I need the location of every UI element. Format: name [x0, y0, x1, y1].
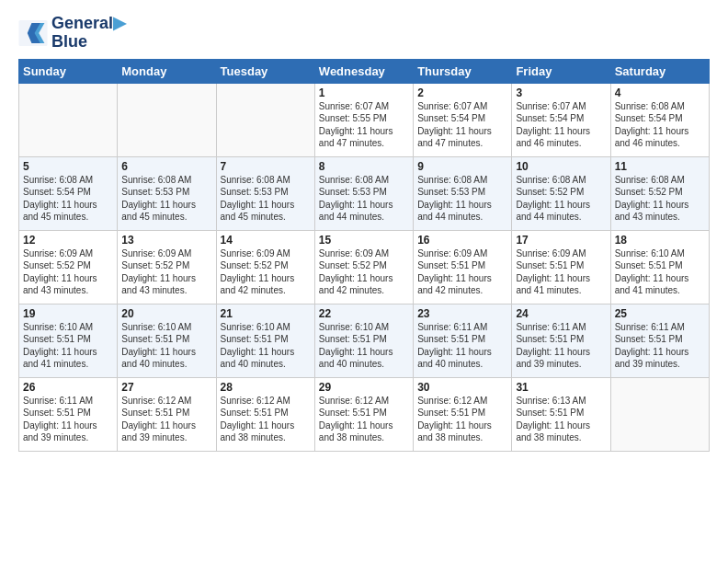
- day-number: 12: [23, 234, 113, 247]
- day-info: Sunrise: 6:07 AM Sunset: 5:55 PM Dayligh…: [319, 100, 409, 150]
- calendar-cell: 23Sunrise: 6:11 AM Sunset: 5:51 PM Dayli…: [414, 304, 512, 377]
- day-number: 18: [615, 234, 705, 247]
- calendar-cell: 12Sunrise: 6:09 AM Sunset: 5:52 PM Dayli…: [19, 230, 118, 304]
- day-info: Sunrise: 6:09 AM Sunset: 5:51 PM Dayligh…: [516, 247, 606, 297]
- day-info: Sunrise: 6:09 AM Sunset: 5:51 PM Dayligh…: [417, 247, 507, 297]
- day-number: 24: [516, 307, 606, 320]
- day-number: 20: [121, 307, 211, 320]
- day-info: Sunrise: 6:09 AM Sunset: 5:52 PM Dayligh…: [319, 247, 409, 297]
- calendar-cell: [19, 83, 118, 156]
- logo-icon: [18, 20, 48, 46]
- calendar-cell: 30Sunrise: 6:12 AM Sunset: 5:51 PM Dayli…: [414, 377, 512, 451]
- calendar-week-row: 12Sunrise: 6:09 AM Sunset: 5:52 PM Dayli…: [19, 230, 710, 304]
- day-number: 16: [417, 234, 507, 247]
- calendar-cell: 13Sunrise: 6:09 AM Sunset: 5:52 PM Dayli…: [118, 230, 216, 304]
- calendar-cell: 18Sunrise: 6:10 AM Sunset: 5:51 PM Dayli…: [610, 230, 709, 304]
- day-info: Sunrise: 6:10 AM Sunset: 5:51 PM Dayligh…: [121, 321, 211, 371]
- calendar-cell: 20Sunrise: 6:10 AM Sunset: 5:51 PM Dayli…: [118, 304, 216, 377]
- day-number: 19: [23, 307, 113, 320]
- day-info: Sunrise: 6:12 AM Sunset: 5:51 PM Dayligh…: [121, 395, 211, 444]
- day-number: 6: [121, 160, 211, 173]
- calendar-cell: 2Sunrise: 6:07 AM Sunset: 5:54 PM Daylig…: [414, 83, 512, 156]
- day-info: Sunrise: 6:08 AM Sunset: 5:52 PM Dayligh…: [516, 174, 606, 224]
- calendar-body: 1Sunrise: 6:07 AM Sunset: 5:55 PM Daylig…: [19, 83, 710, 451]
- day-info: Sunrise: 6:09 AM Sunset: 5:52 PM Dayligh…: [23, 247, 113, 297]
- day-info: Sunrise: 6:13 AM Sunset: 5:51 PM Dayligh…: [516, 395, 606, 444]
- day-header-monday: Monday: [118, 59, 216, 83]
- day-header-tuesday: Tuesday: [216, 59, 314, 83]
- day-number: 4: [615, 86, 705, 99]
- day-number: 28: [221, 381, 311, 394]
- calendar-week-row: 1Sunrise: 6:07 AM Sunset: 5:55 PM Daylig…: [19, 83, 710, 156]
- calendar-cell: 8Sunrise: 6:08 AM Sunset: 5:53 PM Daylig…: [314, 156, 413, 230]
- day-info: Sunrise: 6:12 AM Sunset: 5:51 PM Dayligh…: [417, 395, 507, 444]
- day-info: Sunrise: 6:08 AM Sunset: 5:53 PM Dayligh…: [417, 174, 507, 224]
- calendar-cell: 16Sunrise: 6:09 AM Sunset: 5:51 PM Dayli…: [414, 230, 512, 304]
- day-info: Sunrise: 6:08 AM Sunset: 5:54 PM Dayligh…: [615, 100, 705, 150]
- day-header-wednesday: Wednesday: [314, 59, 413, 83]
- day-info: Sunrise: 6:10 AM Sunset: 5:51 PM Dayligh…: [221, 321, 311, 371]
- day-header-saturday: Saturday: [610, 59, 709, 83]
- day-info: Sunrise: 6:12 AM Sunset: 5:51 PM Dayligh…: [221, 395, 311, 444]
- day-number: 26: [23, 381, 113, 394]
- day-info: Sunrise: 6:11 AM Sunset: 5:51 PM Dayligh…: [516, 321, 606, 371]
- logo: General▶ Blue: [18, 15, 126, 52]
- calendar-cell: 27Sunrise: 6:12 AM Sunset: 5:51 PM Dayli…: [118, 377, 216, 451]
- calendar: SundayMondayTuesdayWednesdayThursdayFrid…: [18, 59, 710, 452]
- day-number: 10: [516, 160, 606, 173]
- calendar-cell: 9Sunrise: 6:08 AM Sunset: 5:53 PM Daylig…: [414, 156, 512, 230]
- day-number: 21: [221, 307, 311, 320]
- day-number: 2: [417, 86, 507, 99]
- calendar-header-row: SundayMondayTuesdayWednesdayThursdayFrid…: [19, 59, 710, 83]
- day-header-friday: Friday: [512, 59, 610, 83]
- day-info: Sunrise: 6:11 AM Sunset: 5:51 PM Dayligh…: [615, 321, 705, 371]
- header: General▶ Blue: [18, 15, 710, 52]
- calendar-cell: 3Sunrise: 6:07 AM Sunset: 5:54 PM Daylig…: [512, 83, 610, 156]
- day-info: Sunrise: 6:09 AM Sunset: 5:52 PM Dayligh…: [221, 247, 311, 297]
- day-number: 27: [121, 381, 211, 394]
- calendar-cell: 10Sunrise: 6:08 AM Sunset: 5:52 PM Dayli…: [512, 156, 610, 230]
- day-number: 11: [615, 160, 705, 173]
- day-info: Sunrise: 6:09 AM Sunset: 5:52 PM Dayligh…: [121, 247, 211, 297]
- day-info: Sunrise: 6:07 AM Sunset: 5:54 PM Dayligh…: [516, 100, 606, 150]
- day-info: Sunrise: 6:08 AM Sunset: 5:53 PM Dayligh…: [221, 174, 311, 224]
- calendar-cell: 19Sunrise: 6:10 AM Sunset: 5:51 PM Dayli…: [19, 304, 118, 377]
- calendar-cell: 14Sunrise: 6:09 AM Sunset: 5:52 PM Dayli…: [216, 230, 314, 304]
- calendar-cell: 31Sunrise: 6:13 AM Sunset: 5:51 PM Dayli…: [512, 377, 610, 451]
- day-number: 23: [417, 307, 507, 320]
- day-number: 7: [221, 160, 311, 173]
- day-number: 25: [615, 307, 705, 320]
- calendar-cell: 22Sunrise: 6:10 AM Sunset: 5:51 PM Dayli…: [314, 304, 413, 377]
- calendar-cell: 6Sunrise: 6:08 AM Sunset: 5:53 PM Daylig…: [118, 156, 216, 230]
- calendar-cell: 7Sunrise: 6:08 AM Sunset: 5:53 PM Daylig…: [216, 156, 314, 230]
- day-info: Sunrise: 6:11 AM Sunset: 5:51 PM Dayligh…: [417, 321, 507, 371]
- day-info: Sunrise: 6:08 AM Sunset: 5:52 PM Dayligh…: [615, 174, 705, 224]
- day-info: Sunrise: 6:10 AM Sunset: 5:51 PM Dayligh…: [23, 321, 113, 371]
- page-container: General▶ Blue SundayMondayTuesdayWednesd…: [0, 0, 728, 466]
- calendar-cell: 5Sunrise: 6:08 AM Sunset: 5:54 PM Daylig…: [19, 156, 118, 230]
- day-number: 15: [319, 234, 409, 247]
- calendar-cell: 24Sunrise: 6:11 AM Sunset: 5:51 PM Dayli…: [512, 304, 610, 377]
- day-number: 5: [23, 160, 113, 173]
- calendar-cell: [610, 377, 709, 451]
- day-number: 30: [417, 381, 507, 394]
- calendar-cell: 15Sunrise: 6:09 AM Sunset: 5:52 PM Dayli…: [314, 230, 413, 304]
- day-info: Sunrise: 6:08 AM Sunset: 5:53 PM Dayligh…: [121, 174, 211, 224]
- day-info: Sunrise: 6:07 AM Sunset: 5:54 PM Dayligh…: [417, 100, 507, 150]
- day-number: 31: [516, 381, 606, 394]
- day-number: 3: [516, 86, 606, 99]
- day-info: Sunrise: 6:10 AM Sunset: 5:51 PM Dayligh…: [319, 321, 409, 371]
- calendar-cell: 17Sunrise: 6:09 AM Sunset: 5:51 PM Dayli…: [512, 230, 610, 304]
- day-header-thursday: Thursday: [414, 59, 512, 83]
- day-number: 1: [319, 86, 409, 99]
- day-number: 8: [319, 160, 409, 173]
- calendar-cell: 4Sunrise: 6:08 AM Sunset: 5:54 PM Daylig…: [610, 83, 709, 156]
- day-number: 22: [319, 307, 409, 320]
- calendar-cell: 28Sunrise: 6:12 AM Sunset: 5:51 PM Dayli…: [216, 377, 314, 451]
- calendar-cell: 29Sunrise: 6:12 AM Sunset: 5:51 PM Dayli…: [314, 377, 413, 451]
- day-header-sunday: Sunday: [19, 59, 118, 83]
- day-number: 9: [417, 160, 507, 173]
- calendar-cell: [118, 83, 216, 156]
- day-number: 13: [121, 234, 211, 247]
- day-info: Sunrise: 6:12 AM Sunset: 5:51 PM Dayligh…: [319, 395, 409, 444]
